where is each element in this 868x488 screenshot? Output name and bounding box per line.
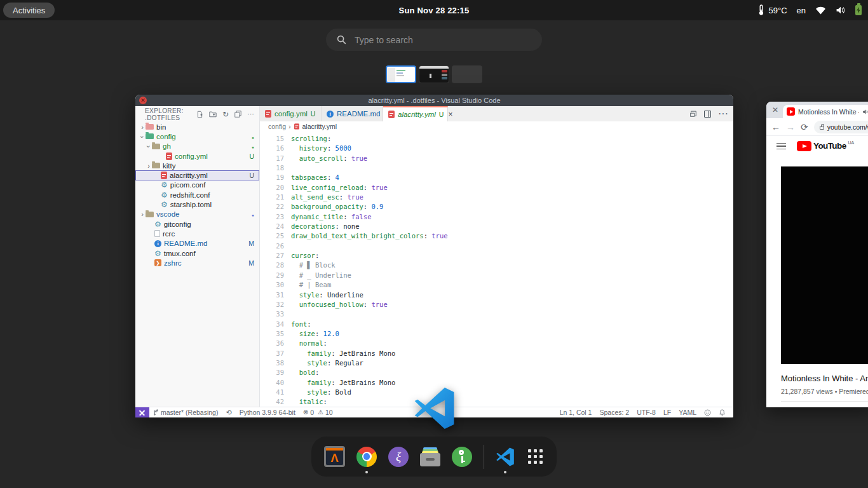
tab-close-icon[interactable]: ✕ xyxy=(772,106,778,114)
editor-more-actions-icon[interactable]: ··· xyxy=(718,108,728,119)
code-line-23[interactable]: 23dynamic_title: false xyxy=(260,212,733,222)
tree-item-rcrc[interactable]: rcrc xyxy=(135,229,259,238)
code-line-40[interactable]: 40 family: JetBrains Mono xyxy=(260,378,733,388)
tree-item-picom.conf[interactable]: ⚙picom.conf xyxy=(135,180,259,190)
code-line-18[interactable]: 18 xyxy=(260,163,733,173)
encoding[interactable]: UTF-8 xyxy=(633,409,660,416)
chevron-expanded-icon[interactable]: › xyxy=(145,144,153,150)
clock[interactable]: Sun Nov 28 22:15 xyxy=(0,6,868,15)
system-status-area[interactable]: 59°C en xyxy=(757,0,862,20)
code-line-19[interactable]: 19tabspaces: 4 xyxy=(260,173,733,182)
language-mode[interactable]: YAML xyxy=(675,409,700,416)
sync-icon[interactable]: ⟲ xyxy=(222,409,235,417)
code-line-20[interactable]: 20live_config_reload: true xyxy=(260,183,733,193)
code-line-39[interactable]: 39 bold: xyxy=(260,368,733,377)
tree-item-README.md[interactable]: iREADME.mdM xyxy=(135,239,259,248)
back-icon[interactable]: ← xyxy=(771,123,780,132)
chevron-expanded-icon[interactable]: › xyxy=(139,133,146,140)
code-line-33[interactable]: 33 xyxy=(260,309,733,319)
eol-sequence[interactable]: LF xyxy=(660,409,675,416)
video-title[interactable]: Motionless In White - Anot xyxy=(781,374,868,383)
problems-status[interactable]: ⊗ 0 ⚠ 10 xyxy=(299,409,337,416)
tree-item-tmux.conf[interactable]: ⚙tmux.conf xyxy=(135,248,259,258)
code-line-42[interactable]: 42 italic: xyxy=(260,397,733,407)
breadcrumb-file[interactable]: alacritty.yml xyxy=(302,123,337,130)
collapse-folders-icon[interactable] xyxy=(234,111,241,118)
code-line-17[interactable]: 17 auto_scroll: true xyxy=(260,154,733,163)
forward-icon[interactable]: → xyxy=(786,123,795,132)
tree-item-gitconfig[interactable]: ⚙gitconfig xyxy=(135,219,259,229)
code-line-30[interactable]: 30 # | Beam xyxy=(260,280,733,290)
editor-tab-README.md[interactable]: iREADME.mdM xyxy=(322,106,383,121)
tree-item-starship.toml[interactable]: ⚙starship.toml xyxy=(135,200,259,209)
notifications-bell-icon[interactable] xyxy=(715,409,729,416)
code-line-37[interactable]: 37 family: JetBrains Mono xyxy=(260,349,733,358)
tree-item-gh[interactable]: ›gh xyxy=(135,142,259,151)
dock-alacritty-icon[interactable]: Λ xyxy=(324,446,345,468)
hamburger-menu-icon[interactable] xyxy=(776,143,786,150)
workspace-thumbnail-1-active[interactable] xyxy=(386,65,416,83)
code-line-31[interactable]: 31 style: Underline xyxy=(260,290,733,300)
code-editor[interactable]: 15scrolling:16 history: 500017 auto_scro… xyxy=(260,132,733,407)
reload-icon[interactable]: ⟳ xyxy=(801,123,808,132)
code-line-28[interactable]: 28 # ▋ Block xyxy=(260,261,733,270)
tree-item-alacritty.yml[interactable]: alacritty.ymlU xyxy=(135,170,259,180)
code-line-21[interactable]: 21alt_send_esc: true xyxy=(260,193,733,202)
tree-item-redshift.conf[interactable]: ⚙redshift.conf xyxy=(135,190,259,200)
tree-item-config.yml[interactable]: config.ymlU xyxy=(135,151,259,161)
code-line-22[interactable]: 22background_opacity: 0.9 xyxy=(260,202,733,212)
refresh-icon[interactable]: ↻ xyxy=(222,111,229,118)
code-line-35[interactable]: 35 size: 12.0 xyxy=(260,329,733,339)
views-more-icon[interactable]: ··· xyxy=(247,111,254,118)
code-line-16[interactable]: 16 history: 5000 xyxy=(260,144,733,153)
code-line-29[interactable]: 29 # _ Underline xyxy=(260,271,733,280)
code-line-32[interactable]: 32 unfocused_hollow: true xyxy=(260,300,733,309)
code-line-25[interactable]: 25draw_bold_text_with_bright_colors: tru… xyxy=(260,231,733,241)
video-player[interactable] xyxy=(781,166,868,364)
python-interpreter[interactable]: Python 3.9.9 64-bit xyxy=(236,409,299,416)
remote-indicator[interactable] xyxy=(135,407,149,417)
tab-close-icon[interactable]: × xyxy=(448,110,452,119)
open-changes-icon[interactable] xyxy=(689,110,697,118)
window-close-button[interactable]: ✕ xyxy=(139,97,147,104)
tree-item-vscode[interactable]: ›vscode xyxy=(135,210,259,219)
address-bar[interactable]: youtube.com/wa xyxy=(814,121,868,133)
chevron-collapsed-icon[interactable]: › xyxy=(139,210,146,218)
tree-item-bin[interactable]: ›bin xyxy=(135,122,259,132)
chevron-collapsed-icon[interactable]: › xyxy=(139,123,146,131)
feedback-icon[interactable] xyxy=(700,409,715,416)
breadcrumb[interactable]: config › alacritty.yml xyxy=(260,121,733,132)
indentation[interactable]: Spaces: 2 xyxy=(595,409,633,416)
split-editor-icon[interactable] xyxy=(704,111,711,118)
dock-emacs-icon[interactable]: ξ xyxy=(388,446,409,468)
code-line-15[interactable]: 15scrolling: xyxy=(260,134,733,144)
git-branch-status[interactable]: master* (Rebasing) xyxy=(149,409,222,416)
code-line-41[interactable]: 41 style: Bold xyxy=(260,388,733,397)
new-folder-icon[interactable] xyxy=(209,111,217,118)
editor-tab-config.yml[interactable]: config.ymlU xyxy=(260,106,322,121)
dock-chrome-icon[interactable] xyxy=(356,446,377,468)
dock-passwords-keys-icon[interactable] xyxy=(452,446,472,468)
code-line-24[interactable]: 24decorations: none xyxy=(260,222,733,231)
tab-audio-icon[interactable] xyxy=(862,109,868,115)
chevron-collapsed-icon[interactable]: › xyxy=(146,162,152,170)
dock-vscode-icon[interactable] xyxy=(496,446,515,468)
search-bar[interactable]: Type to search xyxy=(326,29,542,51)
chrome-active-tab[interactable]: Motionless In White - A xyxy=(783,105,868,118)
code-line-26[interactable]: 26 xyxy=(260,241,733,251)
workspace-thumbnail-2[interactable] xyxy=(419,65,449,83)
dock-files-icon[interactable] xyxy=(420,446,440,468)
workspace-thumbnail-3-empty[interactable] xyxy=(452,65,482,83)
youtube-logo[interactable]: YouTube UA xyxy=(797,141,854,151)
cursor-position[interactable]: Ln 1, Col 1 xyxy=(556,409,596,416)
code-line-27[interactable]: 27cursor: xyxy=(260,251,733,261)
code-line-38[interactable]: 38 style: Regular xyxy=(260,358,733,368)
tree-item-zshrc[interactable]: ❯zshrcM xyxy=(135,258,259,268)
vscode-titlebar[interactable]: ✕ alacritty.yml - .dotfiles - Visual Stu… xyxy=(135,95,733,106)
tree-item-kitty[interactable]: ›kitty xyxy=(135,161,259,170)
new-file-icon[interactable] xyxy=(196,111,203,118)
keyboard-layout[interactable]: en xyxy=(797,6,806,15)
code-line-36[interactable]: 36 normal: xyxy=(260,339,733,348)
vscode-window[interactable]: ✕ alacritty.yml - .dotfiles - Visual Stu… xyxy=(135,95,733,417)
chrome-window[interactable]: ✕ Motionless In White - A ← → ⟳ youtube.… xyxy=(766,102,868,407)
